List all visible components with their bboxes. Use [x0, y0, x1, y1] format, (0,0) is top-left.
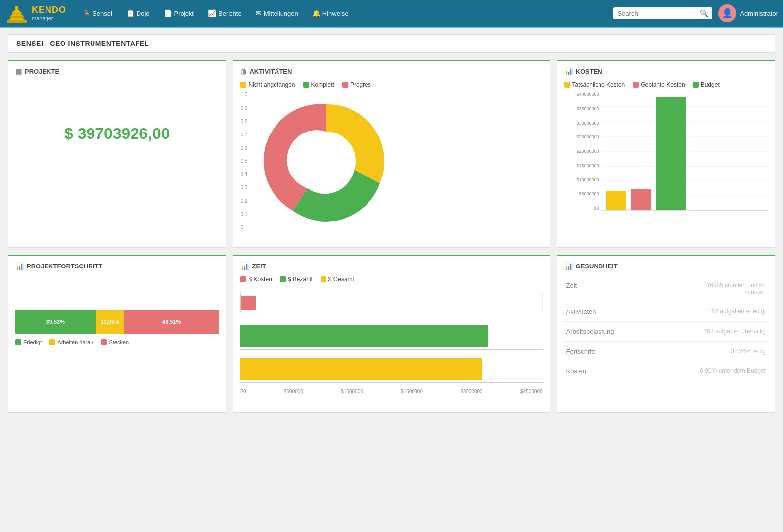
user-label: Administrator: [740, 10, 778, 17]
kosten-card: 📊 KOSTEN Tatsächliche Kosten Geplante Ko…: [557, 60, 775, 248]
svg-rect-4: [12, 13, 22, 14]
aktivitaeten-card: ◑ AKTIVITÄTEN Nicht angefangen Komplett …: [233, 60, 550, 248]
legend-tatsaechlich: Tatsächliche Kosten: [564, 81, 625, 88]
progress-bar: 39,53% 13,95% 46,51%: [15, 310, 219, 334]
logo[interactable]: KENDO manager: [5, 1, 66, 25]
nav-projekt[interactable]: 📄 Projekt: [158, 6, 200, 20]
projekte-card: ▦ PROJEKTE $ 39703926,00: [8, 60, 226, 248]
dashboard-row-2: 📊 PROJEKTFORTSCHRITT 39,53% 13,95% 46,51…: [8, 255, 775, 413]
legend-komplett: Komplett: [303, 81, 334, 88]
segment-stecken: 46,51%: [124, 310, 219, 334]
svg-rect-6: [15, 6, 18, 9]
sensei-icon: 🪑: [82, 9, 91, 17]
zeit-bar-gesamt-bg: [240, 355, 542, 383]
gesundheit-row-aktivitaeten: Aktivitäten 182 aufgaben erledigt: [564, 302, 768, 322]
zeit-bar-gesamt: [240, 358, 482, 380]
y-axis: 1.0 0.9 0.8 0.7 0.6 0.5 0.4 0.3 0.2 0.1 …: [240, 92, 247, 230]
navbar: KENDO manager 🪑 Sensei 📋 Dojo 📄 Projekt …: [0, 0, 783, 27]
search-button[interactable]: 🔍: [700, 9, 708, 17]
zeit-x-axis: $0 $500000 $1000000 $1500000 $2000000 $2…: [240, 389, 542, 394]
legend-erledigt: Erledigt: [15, 339, 42, 345]
projekte-value: $ 39703926,00: [15, 125, 219, 143]
projekte-icon: ▦: [15, 67, 22, 75]
segment-arbeiten: 13,95%: [96, 310, 124, 334]
bar-tatsaechlich: [606, 191, 626, 210]
legend-dot-kosten-zeit: [240, 276, 246, 282]
gesundheit-title: 📊 GESUNDHEIT: [564, 262, 768, 270]
kosten-y-axis: $40000000 $35000000 $30000000 $25000000 …: [564, 92, 599, 211]
nav-links: 🪑 Sensei 📋 Dojo 📄 Projekt 📈 Berichte ✉ M…: [76, 6, 613, 20]
dojo-icon: 📋: [126, 9, 135, 17]
kosten-title: 📊 KOSTEN: [564, 67, 768, 75]
kosten-chart-area: $40000000 $35000000 $30000000 $25000000 …: [564, 92, 768, 211]
mitteilungen-icon: ✉: [256, 9, 262, 17]
legend-dot-erledigt: [15, 339, 21, 345]
hinweise-icon: 🔔: [312, 9, 321, 17]
projektfortschritt-title: 📊 PROJEKTFORTSCHRITT: [15, 262, 219, 270]
nav-berichte[interactable]: 📈 Berichte: [202, 6, 248, 20]
legend-kosten-zeit: $ Kosten: [240, 276, 272, 283]
avatar: 👤: [718, 4, 736, 22]
segment-erledigt: 39,53%: [15, 310, 96, 334]
gesundheit-row-arbeitsbelastung: Arbeitsbelastung 163 aufgaben überfällig: [564, 322, 768, 342]
zeit-card: 📊 ZEIT $ Kosten $ Bezahlt $ Gesamt: [233, 255, 550, 413]
legend-dot-bezahlt: [280, 276, 286, 282]
gesundheit-card: 📊 GESUNDHEIT Zeit 16985 stunden und 58 m…: [557, 255, 775, 413]
svg-rect-0: [7, 20, 27, 23]
legend-dot-budget: [693, 82, 699, 88]
nav-sensei[interactable]: 🪑 Sensei: [76, 6, 118, 20]
gesundheit-rows: Zeit 16985 stunden und 58 minuten Aktivi…: [564, 276, 768, 381]
logo-kendo: KENDO: [32, 5, 66, 15]
aktivitaeten-title: ◑ AKTIVITÄTEN: [240, 67, 542, 75]
nav-hinweise[interactable]: 🔔 Hinweise: [306, 6, 355, 20]
zeit-bar-bezahlt-row: [240, 322, 542, 350]
legend-dot-progres: [342, 82, 348, 88]
legend-dot-geplant: [633, 82, 639, 88]
search-area[interactable]: 🔍: [613, 7, 712, 19]
nav-user[interactable]: 👤 Administrator: [718, 4, 778, 22]
svg-point-7: [296, 132, 356, 191]
projekt-icon: 📄: [164, 9, 172, 17]
legend-dot-arbeiten: [49, 339, 55, 345]
logo-text: KENDO manager: [32, 5, 66, 21]
search-input[interactable]: [617, 10, 700, 17]
zeit-legend: $ Kosten $ Bezahlt $ Gesamt: [240, 276, 542, 283]
nav-dojo[interactable]: 📋 Dojo: [120, 6, 156, 20]
zeit-bar-kosten: [241, 296, 256, 310]
main-content: SENSEI - CEO INSTRUMENTENTAFEL ▦ PROJEKT…: [0, 28, 783, 426]
logo-manager: manager: [32, 15, 66, 21]
legend-gesamt: $ Gesamt: [321, 276, 354, 283]
legend-geplant: Geplante Kosten: [633, 81, 685, 88]
zeit-title: 📊 ZEIT: [240, 262, 542, 270]
aktivitaeten-chart-area: 1.0 0.9 0.8 0.7 0.6 0.5 0.4 0.3 0.2 0.1 …: [240, 92, 542, 230]
svg-rect-2: [10, 16, 24, 18]
kosten-legend: Tatsächliche Kosten Geplante Kosten Budg…: [564, 81, 768, 88]
legend-budget: Budget: [693, 81, 720, 88]
projekte-title: ▦ PROJEKTE: [15, 67, 219, 75]
kosten-icon: 📊: [564, 67, 573, 75]
logo-icon: [5, 1, 29, 25]
legend-arbeiten: Arbeiten daran: [49, 339, 93, 345]
zeit-bar-gesamt-row: [240, 355, 542, 383]
bar-geplant: [631, 189, 651, 210]
dashboard-row-1: ▦ PROJEKTE $ 39703926,00 ◑ AKTIVITÄTEN N…: [8, 60, 775, 248]
donut-chart: [249, 92, 403, 230]
page-title: SENSEI - CEO INSTRUMENTENTAFEL: [8, 34, 775, 53]
legend-dot-tatsaechlich: [564, 82, 570, 88]
nav-mitteilungen[interactable]: ✉ Mitteilungen: [250, 6, 304, 20]
aktivitaeten-icon: ◑: [240, 67, 246, 75]
berichte-icon: 📈: [208, 9, 216, 17]
legend-dot-gesamt: [321, 276, 326, 282]
bar-budget: [656, 97, 686, 210]
zeit-bar-bezahlt: [240, 325, 488, 347]
projektfortschritt-card: 📊 PROJEKTFORTSCHRITT 39,53% 13,95% 46,51…: [8, 255, 226, 413]
legend-dot-komplett: [303, 82, 309, 88]
gesundheit-row-kosten: Kosten 6,90% unter dem Budget: [564, 361, 768, 381]
gesundheit-row-zeit: Zeit 16985 stunden und 58 minuten: [564, 276, 768, 302]
kosten-bars: [601, 92, 768, 211]
progress-legend: Erledigt Arbeiten daran Stecken: [15, 339, 219, 345]
legend-nicht-angefangen: Nicht angefangen: [240, 81, 295, 88]
gesundheit-icon: 📊: [564, 262, 573, 270]
legend-dot-nicht-angefangen: [240, 82, 246, 88]
zeit-icon: 📊: [240, 262, 249, 270]
